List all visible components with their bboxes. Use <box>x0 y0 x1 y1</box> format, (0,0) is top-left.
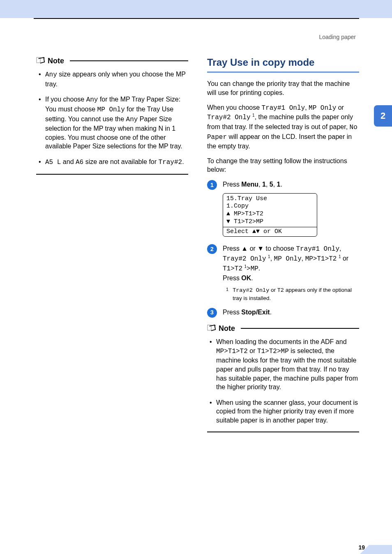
footnote-text: Tray#2 Only or T2 appears only if the op… <box>233 286 359 302</box>
text: , <box>339 245 341 252</box>
code-text: > <box>247 265 251 272</box>
step-badge: 3 <box>207 308 217 318</box>
key-label: OK <box>241 275 251 282</box>
page-corner <box>369 545 392 554</box>
lcd-screen: 15.Tray Use 1.Copy ▲ MP>T1>T2 ▼ T1>T2>MP… <box>223 193 317 237</box>
lcd-divider <box>223 227 317 227</box>
key-label: Stop/Exit <box>241 309 270 316</box>
key-label: 5 <box>270 181 273 188</box>
code-text: Any <box>45 71 57 78</box>
list-item: Any size appears only when you choose th… <box>37 70 188 88</box>
step-2: 2 Press ▲ or ▼ to choose Tray#1 Only, Tr… <box>207 244 359 302</box>
step-badge: 2 <box>207 244 217 254</box>
code-text: T1>T2>MP <box>257 348 289 355</box>
top-band <box>0 0 392 18</box>
code-text: MP Only <box>97 106 125 113</box>
top-rule <box>34 18 359 19</box>
code-text: Tray#2 <box>159 159 182 166</box>
text: Press <box>223 181 241 188</box>
note-icon <box>36 57 45 65</box>
code-text: T2 <box>277 287 284 293</box>
page-number: 19 <box>358 544 365 551</box>
left-note-list: Any size appears only when you choose th… <box>36 70 188 167</box>
key-label: Menu <box>241 181 258 188</box>
step-body: Press Menu, 1, 5, 1. 15.Tray Use 1.Copy … <box>223 180 359 238</box>
text: , <box>270 255 274 262</box>
text: . <box>251 275 253 282</box>
content-columns: Note Any size appears only when you choo… <box>36 56 359 432</box>
step-body: Press ▲ or ▼ to choose Tray#1 Only, Tray… <box>223 244 359 302</box>
text: , <box>273 181 277 188</box>
note-end-rule <box>207 432 359 432</box>
text: size appears only when you choose the MP… <box>45 71 186 88</box>
code-text: MP <box>251 265 258 272</box>
footnote-mark: 1 <box>226 286 228 302</box>
list-item: If you choose Any for the MP Tray Paper … <box>37 95 188 151</box>
text: and <box>61 158 76 165</box>
section-underline <box>207 72 359 73</box>
paragraph: When you choose Tray#1 Only, MP Only or … <box>207 103 359 151</box>
code-text: MP Only <box>309 104 336 112</box>
text: If you choose <box>45 96 86 103</box>
list-item: When loading the documents in the ADF an… <box>208 337 359 392</box>
footnote: 1 Tray#2 Only or T2 appears only if the … <box>226 286 359 302</box>
note-rule <box>241 328 359 329</box>
code-text: A6 <box>76 159 83 166</box>
text: When you choose <box>207 104 262 111</box>
lcd-line: ▲ MP>T1>T2 <box>226 210 314 218</box>
step-badge: 1 <box>207 180 217 190</box>
chapter-tab: 2 <box>374 105 392 127</box>
text: , <box>305 104 309 111</box>
code-text: MP>T1>T2 <box>305 255 337 263</box>
text: Press <box>223 309 241 316</box>
note-label: Note <box>48 56 64 66</box>
code-text: Any <box>126 116 138 123</box>
text: . <box>258 265 260 272</box>
note-end-rule <box>36 174 188 175</box>
code-text: MP>T1>T2 <box>216 348 248 355</box>
code-text: Tray#2 Only <box>223 255 266 263</box>
code-text: Tray#2 Only <box>207 114 251 122</box>
key-label: 1 <box>277 181 281 188</box>
left-column: Note Any size appears only when you choo… <box>36 56 188 432</box>
lcd-line: 15.Tray Use <box>226 195 314 203</box>
text: or <box>269 287 277 293</box>
step-3: 3 Press Stop/Exit. <box>207 308 359 318</box>
text: , <box>302 255 305 262</box>
text: . <box>270 309 272 316</box>
text: . <box>281 181 282 188</box>
lcd-line: Select ▲▼ or OK <box>226 228 314 236</box>
step-body: Press Stop/Exit. <box>223 308 359 318</box>
note-icon <box>207 324 216 332</box>
note-rule <box>70 60 188 61</box>
note-heading: Note <box>36 56 188 66</box>
text: When loading the documents in the ADF an… <box>216 338 347 345</box>
text: Press <box>223 275 241 282</box>
text: will appear on the LCD. Insert the paper… <box>207 133 352 150</box>
right-note-list: When loading the documents in the ADF an… <box>207 337 359 425</box>
code-text: Tray#1 Only <box>296 245 339 253</box>
text: Press ▲ or ▼ to choose <box>223 245 296 252</box>
code-text: A5 L <box>45 159 61 166</box>
text: or <box>341 255 348 262</box>
section-title: Tray Use in copy mode <box>207 56 359 69</box>
text: , <box>266 181 270 188</box>
note-label: Note <box>219 323 235 333</box>
lcd-line: 1.Copy <box>226 203 314 210</box>
right-column: Tray Use in copy mode You can change the… <box>207 56 359 432</box>
key-label: 1 <box>262 181 266 188</box>
breadcrumb: Loading paper <box>319 34 356 40</box>
text: or <box>248 347 257 354</box>
code-text: Tray#1 Only <box>262 104 305 112</box>
text: , <box>258 181 262 188</box>
lcd-line: ▼ T1>T2>MP <box>226 218 314 226</box>
list-item: When using the scanner glass, your docum… <box>208 398 359 425</box>
step-1: 1 Press Menu, 1, 5, 1. 15.Tray Use 1.Cop… <box>207 180 359 238</box>
code-text: Tray#2 Only <box>233 287 269 293</box>
note-block: Note When loading the documents in the A… <box>207 323 359 432</box>
note-heading: Note <box>207 323 359 333</box>
list-item: A5 L and A6 size are not available for T… <box>37 157 188 167</box>
text: size are not available for <box>83 158 158 165</box>
text: . <box>182 158 184 165</box>
intro-paragraph: You can change the priority tray that th… <box>207 79 359 97</box>
